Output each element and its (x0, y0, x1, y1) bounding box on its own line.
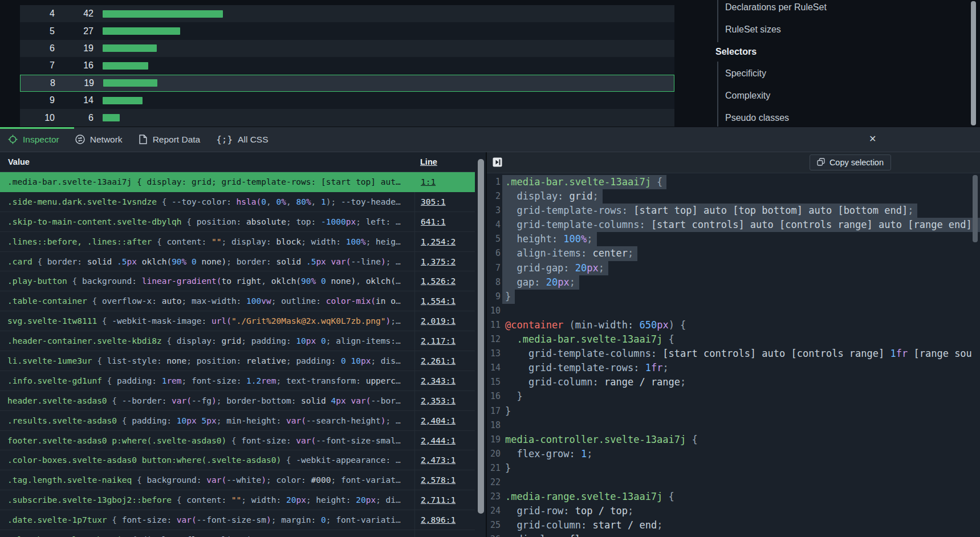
line-link[interactable]: 2,353:1 (421, 396, 456, 405)
table-row[interactable]: svg.svelte-1tw8111 { -webkit-mask-image:… (0, 311, 475, 331)
table-row[interactable]: .results.svelte-asdas0 { padding: 10px 5… (0, 411, 475, 431)
document-icon (139, 135, 148, 144)
line-link[interactable]: 2,711:1 (421, 495, 456, 505)
css-token: ( (563, 319, 575, 331)
line-link[interactable]: 2,444:1 (421, 436, 456, 445)
css-token: min-height: (226, 416, 281, 425)
line-link[interactable]: 1:1 (421, 177, 436, 186)
table-row[interactable]: .lines::before, .lines::after { content:… (0, 232, 475, 252)
chart-row[interactable]: 106 (20, 109, 674, 126)
css-token: { (87, 296, 102, 306)
tab-report-data[interactable]: Report Data (139, 135, 201, 145)
css-token: ; (628, 247, 633, 259)
code-text: gap: 20px; (502, 275, 579, 290)
css-token: var( (291, 436, 316, 445)
tab-all-css[interactable]: {;}All CSS (216, 135, 268, 145)
css-token: rem (261, 376, 276, 385)
table-row[interactable]: .media-bar.svelte-13aai7j { display: gri… (0, 172, 475, 192)
css-token: .tag.length.svelte-naikeq (7, 475, 132, 485)
table-row[interactable]: .header-container.svelte-kbdi8z { displa… (0, 331, 475, 351)
code-line: 23.media-range.svelte-13aai7j { (487, 490, 980, 504)
chart-bar (103, 10, 223, 18)
css-token: ; (276, 376, 286, 385)
sidebar-item-declarations-per-ruleset[interactable]: Declarations per RuleSet (709, 0, 980, 19)
css-token: ; (326, 336, 336, 345)
css-token: } (505, 405, 511, 417)
table-row[interactable]: .tag.length.svelte-naikeq { background: … (0, 470, 475, 490)
line-link[interactable]: 1,375:2 (421, 257, 456, 266)
copy-selection-button[interactable]: Copy selection (810, 154, 891, 170)
chart-row[interactable]: 716 (20, 57, 674, 74)
css-token: % (311, 276, 316, 286)
css-token: var( (172, 515, 197, 524)
line-link[interactable]: 2,117:1 (421, 336, 456, 345)
table-row[interactable]: .card { border: solid .5px oklch(90% 0 n… (0, 252, 475, 272)
tab-network[interactable]: Network (75, 135, 123, 145)
css-token: … (396, 416, 401, 425)
table-row[interactable]: .play-button { background: linear-gradie… (0, 271, 475, 291)
tab-inspector[interactable]: Inspector (8, 135, 59, 145)
table-row[interactable]: footer.svelte-asdas0 p:where(.svelte-asd… (0, 431, 475, 451)
row-value: .color-boxes.svelte-asdas0 button:where(… (0, 450, 414, 470)
code-text: .media-bar.svelte-13aai7j { (505, 332, 674, 347)
row-value: .info.svelte-gd1unf { padding: 1rem; fon… (0, 371, 414, 390)
sidebar-item-pseudo-classes[interactable]: Pseudo classes (709, 107, 980, 129)
table-row[interactable]: .skip-to-main-content.svelte-dbylqh { po… (0, 212, 475, 232)
css-token: px (361, 356, 371, 365)
line-link[interactable]: 2,343:1 (421, 376, 456, 385)
line-link[interactable]: 2,578:1 (421, 475, 456, 485)
chart-row[interactable]: 442 (20, 5, 674, 22)
sidebar-item-ruleset-sizes[interactable]: RuleSet sizes (709, 19, 980, 41)
line-link[interactable]: 2,019:1 (421, 316, 456, 326)
table-row[interactable]: .date.svelte-1p7tuxr { font-size: var(--… (0, 510, 475, 530)
line-link[interactable]: 1,526:2 (421, 276, 456, 286)
line-link[interactable]: 2,473:1 (421, 455, 456, 465)
line-column-header[interactable]: Line (420, 157, 437, 166)
table-row[interactable]: .subscribe.svelte-13gboj2::before { cont… (0, 490, 475, 510)
code-toolbar: Copy selection (487, 152, 980, 173)
css-token: 5 (197, 416, 206, 425)
sidebar-item-complexity[interactable]: Complexity (709, 85, 980, 107)
panel-toggle-icon[interactable] (493, 157, 502, 167)
table-row[interactable]: li.svelte-1ume3ur { list-style: none; po… (0, 351, 475, 371)
line-link[interactable]: 2,261:1 (421, 356, 456, 365)
css-token (391, 217, 396, 226)
table-row[interactable]: .play-bar.svelte-1hgw5iq { display: flex… (0, 530, 475, 537)
line-link[interactable]: 305:1 (421, 197, 446, 206)
css-token: top / top (570, 505, 628, 516)
row-value: .results.svelte-asdas0 { padding: 10px 5… (0, 411, 414, 430)
line-link[interactable]: 1,554:1 (421, 296, 456, 306)
chart-row[interactable]: 527 (20, 22, 674, 39)
table-row[interactable]: .side-menu.dark.svelte-1vsndze { --toy-c… (0, 192, 475, 212)
code-line: 1.media-bar.svelte-13aai7j { (487, 175, 980, 189)
css-token: … (396, 396, 401, 405)
sidebar-item-selectors[interactable]: Selectors (709, 41, 980, 63)
css-token: px (346, 217, 356, 226)
table-scrollbar-thumb[interactable] (478, 159, 484, 514)
css-token: @container (505, 319, 563, 331)
table-row[interactable]: .color-boxes.svelte-asdas0 button:where(… (0, 450, 475, 470)
page-scrollbar-thumb[interactable] (971, 1, 976, 125)
css-token: px (587, 262, 598, 274)
line-link[interactable]: 641:1 (421, 217, 446, 226)
chart-row[interactable]: 619 (20, 40, 674, 57)
css-token: max-width: (192, 296, 241, 306)
css-token: { (117, 416, 132, 425)
close-icon[interactable]: ✕ (869, 133, 876, 144)
row-line-cell: 2,473:1 (414, 450, 475, 470)
table-row[interactable]: header.svelte-asdas0 { --border: var(--f… (0, 391, 475, 411)
css-token: { (686, 434, 697, 445)
line-link[interactable]: 2,404:1 (421, 416, 456, 425)
css-token: background: (82, 276, 137, 286)
css-token: … (396, 436, 401, 445)
css-token: border: (47, 257, 82, 266)
table-row[interactable]: .table-container { overflow-x: auto; max… (0, 291, 475, 311)
line-link[interactable]: 2,896:1 (421, 515, 456, 524)
sidebar-item-specificity[interactable]: Specificity (709, 63, 980, 85)
row-line-cell: 2,896:1 (414, 510, 475, 530)
chart-row[interactable]: 819 (20, 75, 674, 92)
code-scrollbar-thumb[interactable] (973, 175, 978, 242)
chart-row[interactable]: 914 (20, 92, 674, 109)
table-row[interactable]: .info.svelte-gd1unf { padding: 1rem; fon… (0, 371, 475, 391)
line-link[interactable]: 1,254:2 (421, 237, 456, 246)
